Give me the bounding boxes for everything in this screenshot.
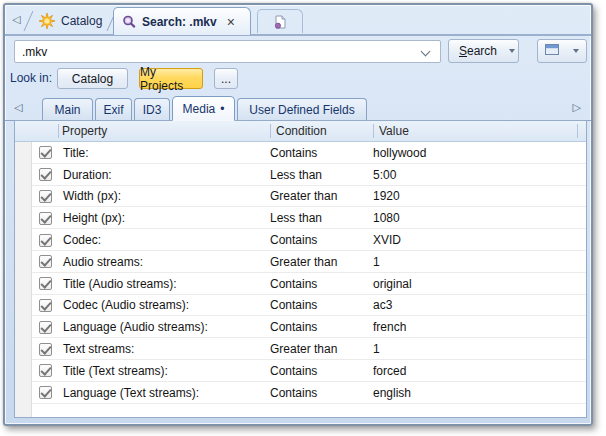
table-row[interactable]: Width (px): Greater than 1920 — [15, 186, 586, 208]
property-cell: Codec (Audio streams): — [59, 298, 270, 312]
row-checkbox-cell — [32, 146, 59, 159]
look-in-my-projects-button[interactable]: My Projects — [139, 68, 203, 89]
column-divider — [577, 124, 578, 138]
row-checkbox[interactable] — [39, 343, 52, 356]
value-cell[interactable]: forced — [373, 364, 586, 378]
column-divider — [373, 124, 374, 138]
row-checkbox[interactable] — [39, 364, 52, 377]
value-cell[interactable]: ac3 — [373, 298, 586, 312]
filter-scroll-right-icon[interactable]: ▷ — [573, 102, 581, 113]
condition-cell[interactable]: Contains — [270, 298, 373, 312]
table-row[interactable]: Text streams: Greater than 1 — [15, 338, 586, 360]
row-checkbox[interactable] — [39, 234, 52, 247]
value-cell[interactable]: 5:00 — [373, 168, 586, 182]
view-dropdown-icon[interactable] — [573, 49, 579, 53]
row-checkbox-cell — [32, 234, 59, 247]
row-checkbox-cell — [32, 255, 59, 268]
condition-cell[interactable]: Less than — [270, 211, 373, 225]
table-row[interactable]: Codec: Contains XVID — [15, 229, 586, 251]
row-checkbox[interactable] — [39, 321, 52, 334]
condition-cell[interactable]: Contains — [270, 277, 373, 291]
tab-media-label: Media — [183, 102, 216, 116]
row-checkbox-cell — [32, 386, 59, 399]
row-checkbox[interactable] — [39, 386, 52, 399]
condition-cell[interactable]: Greater than — [270, 189, 373, 203]
document-icon — [273, 15, 287, 29]
property-cell: Height (px): — [59, 211, 270, 225]
look-in-browse-label: ... — [221, 72, 231, 86]
column-header-property[interactable]: Property — [62, 124, 107, 138]
row-checkbox[interactable] — [39, 277, 52, 290]
look-in-row: Look in: Catalog My Projects ... — [5, 67, 591, 91]
tab-new-document[interactable] — [257, 9, 303, 33]
table-row[interactable]: Title (Text streams): Contains forced — [15, 360, 586, 382]
table-row[interactable]: Language (Audio streams): Contains frenc… — [15, 316, 586, 338]
row-checkbox-cell — [32, 212, 59, 225]
row-checkbox[interactable] — [39, 255, 52, 268]
filter-tabs: Main Exif ID3 Media • User Defined Field… — [42, 96, 369, 120]
condition-cell[interactable]: Contains — [270, 146, 373, 160]
row-checkbox[interactable] — [39, 168, 52, 181]
table-row[interactable]: Language (Text streams): Contains englis… — [15, 382, 586, 404]
table-row[interactable]: Audio streams: Greater than 1 — [15, 251, 586, 273]
tab-id3[interactable]: ID3 — [134, 98, 170, 120]
property-cell: Text streams: — [59, 342, 270, 356]
column-header-value[interactable]: Value — [379, 124, 409, 138]
condition-cell[interactable]: Contains — [270, 320, 373, 334]
row-gutter — [15, 186, 32, 208]
search-button[interactable]: Search — [448, 39, 519, 63]
search-button-label: Search — [459, 44, 497, 58]
condition-cell[interactable]: Contains — [270, 386, 373, 400]
tab-media[interactable]: Media • — [172, 96, 235, 121]
value-cell[interactable]: 1080 — [373, 211, 586, 225]
look-in-catalog-button[interactable]: Catalog — [57, 68, 128, 89]
condition-cell[interactable]: Greater than — [270, 342, 373, 356]
tab-exif[interactable]: Exif — [95, 98, 132, 120]
filter-scroll-left-icon[interactable]: ◁ — [14, 102, 22, 113]
value-cell[interactable]: 1920 — [373, 189, 586, 203]
table-row[interactable]: Codec (Audio streams): Contains ac3 — [15, 295, 586, 317]
value-cell[interactable]: 1 — [373, 342, 586, 356]
table-row[interactable]: Title: Contains hollywood — [15, 142, 586, 164]
value-cell[interactable]: 1 — [373, 255, 586, 269]
table-row[interactable]: Duration: Less than 5:00 — [15, 164, 586, 186]
tab-catalog[interactable]: Catalog — [31, 9, 110, 33]
view-options-button[interactable] — [537, 39, 587, 63]
tab-search-label: Search: .mkv — [142, 15, 217, 29]
condition-cell[interactable]: Contains — [270, 233, 373, 247]
row-gutter — [15, 382, 32, 404]
row-gutter — [15, 316, 32, 338]
column-divider — [58, 124, 59, 138]
table-row[interactable]: Title (Audio streams): Contains original — [15, 273, 586, 295]
row-checkbox[interactable] — [39, 212, 52, 225]
value-cell[interactable]: french — [373, 320, 586, 334]
tab-main[interactable]: Main — [42, 98, 93, 120]
close-icon[interactable]: × — [227, 16, 235, 28]
table-header: Property Condition Value — [15, 121, 586, 142]
tab-scroll-left-icon[interactable]: ◁ — [12, 14, 20, 25]
column-header-condition[interactable]: Condition — [276, 124, 327, 138]
property-cell: Codec: — [59, 233, 270, 247]
look-in-browse-button[interactable]: ... — [214, 68, 238, 89]
document-tab-bar: ◁ Catalog Search: .mkv × — [5, 5, 591, 36]
condition-cell[interactable]: Greater than — [270, 255, 373, 269]
window-view-icon — [545, 43, 560, 59]
look-in-label: Look in: — [10, 71, 52, 85]
table-row[interactable]: Height (px): Less than 1080 — [15, 207, 586, 229]
row-checkbox[interactable] — [39, 299, 52, 312]
value-cell[interactable]: english — [373, 386, 586, 400]
condition-cell[interactable]: Contains — [270, 364, 373, 378]
search-input[interactable] — [14, 40, 441, 63]
value-cell[interactable]: XVID — [373, 233, 586, 247]
row-checkbox[interactable] — [39, 190, 52, 203]
search-dropdown-icon[interactable] — [509, 49, 515, 53]
row-checkbox-cell — [32, 343, 59, 356]
value-cell[interactable]: hollywood — [373, 146, 586, 160]
value-cell[interactable]: original — [373, 277, 586, 291]
tab-user-defined-fields[interactable]: User Defined Fields — [237, 98, 367, 120]
condition-cell[interactable]: Less than — [270, 168, 373, 182]
row-checkbox[interactable] — [39, 146, 52, 159]
tab-search-mkv[interactable]: Search: .mkv × — [113, 7, 251, 35]
search-magnifier-icon — [122, 15, 136, 29]
row-gutter — [15, 295, 32, 317]
